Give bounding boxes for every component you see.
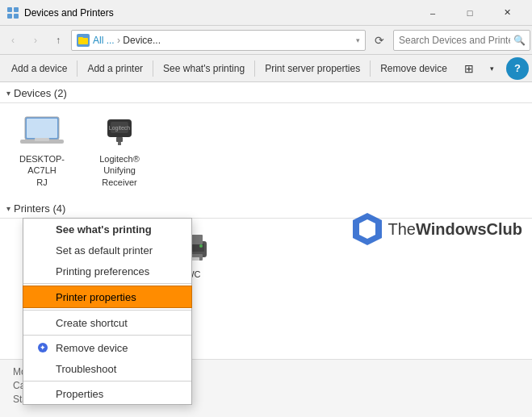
ctx-printer-props[interactable]: Printer properties	[23, 286, 192, 308]
toolbar-separator-2	[153, 60, 153, 77]
ctx-printing-prefs[interactable]: Printing preferences	[23, 261, 191, 281]
ctx-create-shortcut[interactable]: Create shortcut	[23, 312, 191, 333]
ctx-set-default-icon	[36, 244, 49, 256]
ctx-see-printing-icon	[36, 223, 49, 236]
ctx-sep-4	[23, 381, 191, 382]
toolbar-separator-3	[254, 60, 255, 77]
minimize-button[interactable]: –	[414, 0, 451, 26]
back-button[interactable]: ‹	[3, 31, 23, 50]
remove-device-button[interactable]: Remove device	[372, 57, 455, 80]
search-input[interactable]	[393, 30, 530, 51]
svg-rect-3	[14, 14, 19, 19]
address-path[interactable]: All ... › Device... ▾	[71, 30, 366, 51]
view-button[interactable]: ⊞	[458, 57, 480, 80]
svg-rect-5	[78, 37, 83, 40]
ctx-sep-1	[23, 283, 191, 284]
svg-rect-0	[7, 7, 12, 12]
refresh-button[interactable]: ⟳	[369, 30, 390, 51]
path-text: All ... › Device...	[93, 35, 161, 46]
ctx-sep-2	[23, 310, 191, 311]
window-controls: – □ ✕	[414, 0, 526, 26]
ctx-set-default[interactable]: Set as default printer	[23, 240, 191, 261]
ctx-troubleshoot-icon	[36, 362, 49, 375]
close-button[interactable]: ✕	[488, 0, 526, 26]
svg-rect-1	[14, 7, 19, 12]
ctx-sep-3	[23, 335, 191, 336]
svg-text:✦: ✦	[40, 344, 46, 352]
window-icon	[6, 6, 19, 19]
toolbar-separator-4	[370, 60, 371, 77]
ctx-remove-device-icon: ✦	[36, 341, 49, 354]
main-content: ▾ Devices (2) DESKTOP-AC7LHRJ	[0, 82, 532, 417]
ctx-create-shortcut-icon	[36, 316, 49, 329]
forward-button[interactable]: ›	[26, 31, 45, 50]
add-device-button[interactable]: Add a device	[3, 57, 75, 80]
add-printer-button[interactable]: Add a printer	[79, 57, 151, 80]
print-server-properties-button[interactable]: Print server properties	[257, 57, 368, 80]
help-button[interactable]: ?	[506, 57, 529, 80]
ctx-see-printing[interactable]: See what's printing	[23, 219, 191, 240]
up-button[interactable]: ↑	[48, 31, 68, 50]
ctx-properties[interactable]: Properties	[23, 383, 191, 404]
toolbar: Add a device Add a printer See what's pr…	[0, 55, 532, 82]
ctx-properties-icon	[36, 387, 49, 400]
see-whats-printing-button[interactable]: See what's printing	[155, 57, 253, 80]
context-menu: See what's printing Set as default print…	[23, 218, 192, 405]
svg-rect-2	[7, 14, 12, 19]
address-bar: ‹ › ↑ All ... › Device... ▾ ⟳ 🔍	[0, 26, 532, 55]
ctx-printer-props-icon	[36, 290, 49, 303]
ctx-printing-prefs-icon	[36, 265, 49, 277]
toolbar-separator-1	[77, 60, 77, 77]
path-dropdown-icon[interactable]: ▾	[356, 36, 360, 44]
path-icon	[77, 34, 90, 47]
window-title: Devices and Printers	[24, 7, 414, 19]
view-dropdown-button[interactable]: ▾	[480, 57, 503, 80]
ctx-troubleshoot[interactable]: Troubleshoot	[23, 358, 191, 379]
maximize-button[interactable]: □	[451, 0, 488, 26]
title-bar: Devices and Printers – □ ✕	[0, 0, 532, 26]
ctx-remove-device[interactable]: ✦ Remove device	[23, 337, 191, 358]
